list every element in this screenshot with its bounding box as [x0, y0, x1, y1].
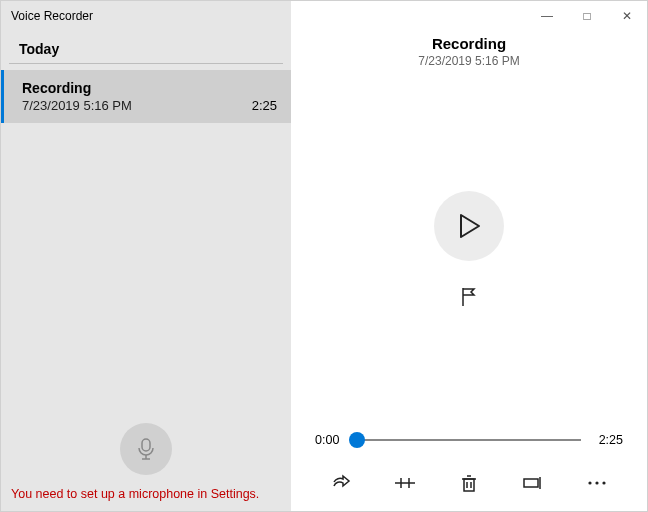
- add-marker-button[interactable]: [455, 283, 483, 311]
- recording-item-title: Recording: [22, 80, 277, 96]
- minimize-button[interactable]: —: [527, 1, 567, 31]
- play-icon: [457, 213, 481, 239]
- microphone-warning: You need to set up a microphone in Setti…: [1, 481, 291, 511]
- recording-title: Recording: [291, 35, 647, 52]
- svg-marker-3: [461, 215, 479, 237]
- total-time-label: 2:25: [591, 433, 623, 447]
- svg-point-15: [588, 481, 591, 484]
- section-today-header: Today: [9, 27, 283, 64]
- svg-rect-8: [464, 479, 474, 491]
- microphone-icon: [136, 437, 156, 461]
- recordings-list: Recording 7/23/2019 5:16 PM 2:25: [1, 70, 291, 413]
- recording-header: Recording 7/23/2019 5:16 PM: [291, 35, 647, 68]
- record-button[interactable]: [120, 423, 172, 475]
- svg-rect-0: [142, 439, 150, 451]
- seek-slider[interactable]: [357, 439, 581, 441]
- delete-button[interactable]: [457, 471, 481, 495]
- svg-rect-13: [524, 479, 538, 487]
- trash-icon: [461, 474, 477, 492]
- close-icon: ✕: [622, 9, 632, 23]
- seek-thumb[interactable]: [349, 432, 365, 448]
- share-button[interactable]: [329, 471, 353, 495]
- minimize-icon: —: [541, 9, 553, 23]
- recording-subtitle: 7/23/2019 5:16 PM: [291, 54, 647, 68]
- main-panel: — □ ✕ Recording 7/23/2019 5:16 PM 0:00 2…: [291, 1, 647, 511]
- app-title: Voice Recorder: [1, 1, 291, 27]
- close-button[interactable]: ✕: [607, 1, 647, 31]
- playback-timeline: 0:00 2:25: [291, 433, 647, 459]
- current-time-label: 0:00: [315, 433, 347, 447]
- flag-icon: [460, 287, 478, 307]
- sidebar: Voice Recorder Today Recording 7/23/2019…: [1, 1, 291, 511]
- share-icon: [331, 474, 351, 492]
- recording-item-duration: 2:25: [252, 98, 277, 113]
- recording-item-timestamp: 7/23/2019 5:16 PM: [22, 98, 277, 113]
- play-button[interactable]: [434, 191, 504, 261]
- trim-button[interactable]: [393, 471, 417, 495]
- rename-icon: [523, 476, 543, 490]
- svg-point-17: [602, 481, 605, 484]
- rename-button[interactable]: [521, 471, 545, 495]
- maximize-button[interactable]: □: [567, 1, 607, 31]
- more-icon: [587, 480, 607, 486]
- svg-point-16: [595, 481, 598, 484]
- trim-icon: [395, 475, 415, 491]
- recording-list-item[interactable]: Recording 7/23/2019 5:16 PM 2:25: [1, 70, 291, 123]
- window-controls: — □ ✕: [291, 1, 647, 31]
- maximize-icon: □: [583, 9, 590, 23]
- more-button[interactable]: [585, 471, 609, 495]
- bottom-toolbar: [291, 459, 647, 511]
